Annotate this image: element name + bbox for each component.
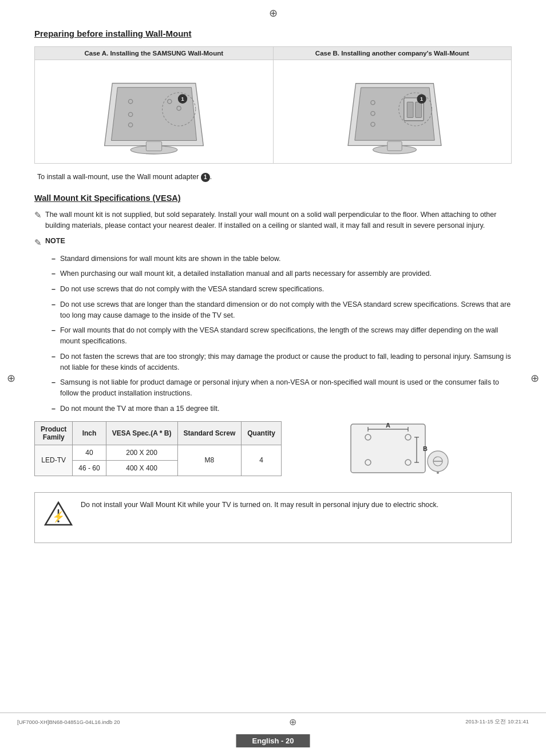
case-a-header: Case A. Installing the SAMSUNG Wall-Moun… — [35, 47, 273, 60]
svg-rect-26 — [351, 424, 425, 473]
reg-mark-top: ⊕ — [269, 7, 278, 19]
cell-inch-1: 40 — [73, 445, 106, 460]
bullet-dash-4: – — [52, 299, 56, 310]
vesa-heading: Wall Mount Kit Specifications (VESA) — [34, 193, 512, 203]
bullet-text-2: When purchasing our wall mount kit, a de… — [60, 268, 432, 279]
bullet-item-3: – Do not use screws that do not comply w… — [52, 284, 512, 295]
case-a-image: 1 — [35, 60, 273, 163]
cell-family: LED-TV — [35, 445, 73, 476]
svg-rect-15 — [387, 141, 402, 151]
bullet-text-1: Standard dimensions for wall mount kits … — [60, 254, 281, 264]
case-b-header: Case B. Installing another company's Wal… — [274, 47, 512, 60]
bullet-dash-8: – — [52, 403, 56, 414]
vesa-table: ProductFamily Inch VESA Spec.(A * B) Sta… — [34, 421, 282, 476]
warning-box: ⚡ Do not install your Wall Mount Kit whi… — [34, 492, 512, 543]
case-a-illustration: 1 — [97, 68, 211, 156]
svg-text:1: 1 — [420, 96, 423, 102]
footer: [UF7000-XH]BN68-04851G-04L16.indb 20 ⊕ 2… — [0, 713, 546, 727]
page-number-label: English - 20 — [236, 734, 310, 747]
page-number-container: English - 20 — [236, 734, 310, 747]
svg-text:B: B — [423, 445, 428, 452]
bullet-list: – Standard dimensions for wall mount kit… — [52, 254, 512, 414]
warning-text: Do not install your Wall Mount Kit while… — [81, 500, 438, 510]
col-header-family: ProductFamily — [35, 421, 73, 445]
col-header-screw: Standard Screw — [177, 421, 242, 445]
pencil-icon-2: ✎ — [34, 238, 42, 248]
note-label-block: ✎ NOTE — [34, 237, 512, 248]
bullet-text-7: Samsung is not liable for product damage… — [60, 377, 512, 399]
cell-qty: 4 — [242, 445, 282, 476]
vesa-diagram: A B — [293, 421, 512, 484]
svg-rect-3 — [146, 141, 161, 151]
vesa-section: ProductFamily Inch VESA Spec.(A * B) Sta… — [34, 421, 512, 484]
footer-right: 2013-11-15 오전 10:21:41 — [465, 718, 529, 726]
page-wrapper: ⊕ ⊕ ⊕ Preparing before installing Wall-M… — [0, 0, 546, 756]
bullet-text-3: Do not use screws that do not comply wit… — [60, 284, 324, 295]
cases-row: Case A. Installing the SAMSUNG Wall-Moun… — [34, 46, 512, 164]
bullet-item-1: – Standard dimensions for wall mount kit… — [52, 254, 512, 264]
pencil-icon: ✎ — [34, 210, 42, 220]
bullet-dash-6: – — [52, 351, 56, 362]
bullet-text-8: Do not mount the TV at more than a 15 de… — [60, 403, 219, 414]
svg-point-42 — [437, 472, 439, 474]
bullet-item-5: – For wall mounts that do not comply wit… — [52, 325, 512, 347]
bullet-dash-2: – — [52, 268, 56, 279]
table-row-1: LED-TV 40 200 X 200 M8 4 — [35, 445, 282, 460]
case-b-box: Case B. Installing another company's Wal… — [274, 47, 512, 163]
adapter-note: To install a wall-mount, use the Wall mo… — [34, 173, 512, 182]
cell-vesa-2: 400 X 400 — [106, 460, 177, 476]
col-header-inch: Inch — [73, 421, 106, 445]
cell-screw: M8 — [177, 445, 242, 476]
svg-rect-22 — [416, 102, 422, 117]
svg-rect-21 — [407, 102, 413, 117]
bullet-item-4: – Do not use screws that are longer than… — [52, 299, 512, 321]
reg-mark-right: ⊕ — [531, 372, 539, 385]
reg-mark-left: ⊕ — [7, 372, 15, 385]
main-note-text: The wall mount kit is not supplied, but … — [45, 209, 512, 231]
vesa-diagram-svg: A B — [345, 421, 460, 484]
footer-left: [UF7000-XH]BN68-04851G-04L16.indb 20 — [17, 719, 120, 725]
section-heading: Preparing before installing Wall-Mount — [34, 29, 512, 38]
bullet-dash-1: – — [52, 254, 56, 264]
adapter-num: 1 — [201, 173, 210, 182]
bullet-text-5: For wall mounts that do not comply with … — [60, 325, 512, 347]
col-header-qty: Quantity — [242, 421, 282, 445]
case-b-illustration: 1 — [338, 68, 446, 156]
bullet-item-7: – Samsung is not liable for product dama… — [52, 377, 512, 399]
svg-text:A: A — [386, 422, 390, 429]
cell-inch-2: 46 - 60 — [73, 460, 106, 476]
cell-vesa-1: 200 X 200 — [106, 445, 177, 460]
bullet-dash-3: – — [52, 284, 56, 295]
bullet-item-8: – Do not mount the TV at more than a 15 … — [52, 403, 512, 414]
warning-icon: ⚡ — [44, 500, 73, 536]
bullet-item-2: – When purchasing our wall mount kit, a … — [52, 268, 512, 279]
warning-triangle-icon: ⚡ — [44, 500, 73, 528]
bullet-dash-5: – — [52, 325, 56, 336]
case-a-box: Case A. Installing the SAMSUNG Wall-Moun… — [35, 47, 274, 163]
svg-text:⚡: ⚡ — [52, 510, 65, 523]
adapter-note-text: To install a wall-mount, use the Wall mo… — [37, 173, 199, 181]
bullet-text-6: Do not fasten the screws that are too st… — [60, 351, 512, 373]
bullet-dash-7: – — [52, 377, 56, 388]
bullet-text-4: Do not use screws that are longer than t… — [60, 299, 512, 321]
note-label: NOTE — [45, 237, 65, 245]
bullet-item-6: – Do not fasten the screws that are too … — [52, 351, 512, 373]
svg-text:1: 1 — [181, 96, 184, 102]
footer-reg-mark: ⊕ — [289, 717, 296, 727]
case-b-image: 1 — [274, 60, 512, 163]
col-header-vesa: VESA Spec.(A * B) — [106, 421, 177, 445]
main-note-block: ✎ The wall mount kit is not supplied, bu… — [34, 209, 512, 231]
